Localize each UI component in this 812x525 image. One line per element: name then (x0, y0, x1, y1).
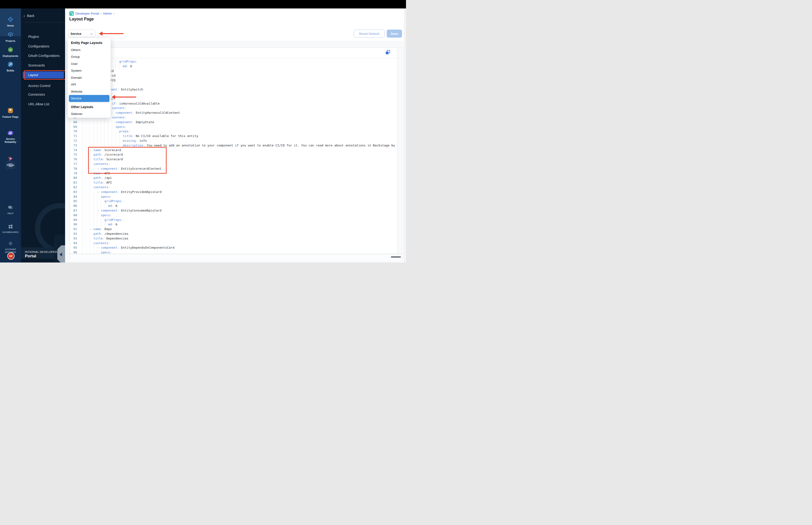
line-number: 86 (71, 204, 77, 208)
code-line-96[interactable]: 96 specs: (70, 250, 397, 254)
menu-item-system[interactable]: System (68, 67, 111, 74)
code-line-79[interactable]: 79 - name: API (70, 171, 397, 176)
menu-item-api[interactable]: API (68, 81, 111, 88)
menu-item-domain[interactable]: Domain (68, 74, 111, 81)
sidebar-item-feature-flags[interactable]: Feature Flags (0, 107, 21, 118)
copy-icon[interactable] (385, 49, 391, 55)
line-number: 71 (71, 134, 77, 138)
code-line-80[interactable]: 80 path: /api (70, 176, 397, 180)
code-line-88[interactable]: 88 specs: (70, 213, 397, 217)
code-line-90[interactable]: 90 md: 6 (70, 222, 397, 227)
admin-nav-item-url-allow-list[interactable]: URL Allow List (21, 101, 65, 108)
line-number: 83 (71, 190, 77, 194)
admin-nav-item-layout[interactable]: Layout (23, 72, 64, 78)
user-avatar[interactable]: DP (7, 252, 15, 260)
svg-text:∞: ∞ (10, 48, 12, 51)
code-line-67[interactable]: 67 - content: (70, 115, 397, 120)
menu-item-user[interactable]: User (68, 60, 111, 68)
code-line-76[interactable]: 76 title: Scorecard (70, 157, 397, 162)
back-button[interactable]: ‹ Back (24, 13, 34, 18)
sidebar-item-label: HELP (0, 212, 21, 215)
gear-icon (8, 243, 13, 247)
admin-nav-item-access-control[interactable]: Access Control (21, 82, 65, 89)
editor-horizontal-scrollbar[interactable] (70, 254, 401, 260)
code-line-64[interactable]: 64 - if: isHarnessCiCdAvailable (70, 101, 397, 106)
sidebar-item-builds[interactable]: Builds (0, 61, 21, 72)
code-line-89[interactable]: 89 gridProps: (70, 217, 397, 222)
code-line-92[interactable]: 92 path: /dependencies (70, 231, 397, 236)
code-line-84[interactable]: 84 specs: (70, 194, 397, 199)
admin-nav-item-oauth-configurations[interactable]: OAuth Configurations (21, 52, 65, 59)
admin-nav-item-configurations[interactable]: Configurations (21, 43, 65, 50)
line-content: md: 6 (79, 204, 117, 208)
code-line-58[interactable]: 58 path: /ci-cd (70, 73, 397, 78)
module-browser-button[interactable] (6, 162, 15, 169)
code-line-85[interactable]: 85 gridProps: (70, 199, 397, 204)
code-line-59[interactable]: 59 title: CI/CD (70, 78, 397, 83)
code-line-78[interactable]: 78 - component: EntityScorecardContent (70, 166, 397, 171)
sidebar-item-label: Feature Flags (0, 115, 21, 118)
line-content: - name: Deps (79, 227, 112, 231)
code-line-63[interactable]: 63 cases: (70, 96, 397, 101)
code-line-69[interactable]: 69 specs: (70, 124, 397, 129)
code-line-95[interactable]: 95 - component: EntityDependsOnComponent… (70, 245, 397, 250)
editor-vertical-scrollbar[interactable] (397, 48, 402, 254)
sidebar-item-home[interactable]: Home (0, 16, 21, 27)
line-number: 70 (71, 129, 77, 134)
line-content: md: 6 (79, 222, 117, 227)
code-line-73[interactable]: 73 description: You need to add an annot… (70, 143, 397, 148)
code-line-66[interactable]: 66 component: EntityHarnessCiCdContent (70, 110, 397, 115)
code-line-83[interactable]: 83 - component: EntityProvidedApisCard (70, 190, 397, 194)
admin-nav-item-connectors[interactable]: Connectors (21, 91, 65, 98)
reset-default-button[interactable]: Reset Default (354, 30, 385, 38)
code-line-68[interactable]: 68 component: EmptyState (70, 120, 397, 124)
breadcrumb-developer-portal[interactable]: Developer Portal (75, 12, 99, 15)
line-number: 91 (71, 227, 77, 231)
code-line-75[interactable]: 75 path: /scorecard (70, 152, 397, 157)
code-line-72[interactable]: 72 missing: info (70, 138, 397, 143)
code-line-94[interactable]: 94 contents: (70, 241, 397, 245)
chevron-left-icon: ‹ (24, 14, 25, 18)
code-line-61[interactable]: 61 - component: EntitySwitch (70, 87, 397, 92)
sidebar-item-dashboards[interactable]: DASHBOARDS (0, 224, 21, 234)
save-button[interactable]: Save (387, 30, 402, 38)
code-line-82[interactable]: 82 contents: (70, 185, 397, 190)
menu-item-sidenav[interactable]: Sidenav (68, 110, 111, 118)
admin-nav-item-scorecards[interactable]: Scorecards (21, 62, 65, 69)
entity-type-select[interactable]: Service (68, 30, 95, 38)
code-line-93[interactable]: 93 title: Dependencies (70, 236, 397, 241)
code-line-70[interactable]: 70 props: (70, 129, 397, 134)
code-line-71[interactable]: 71 title: No CI/CD available for this en… (70, 134, 397, 138)
line-content: title: API (79, 180, 112, 185)
sidebar-item-label: Projects (0, 40, 21, 43)
code-line-60[interactable]: 60 contents: (70, 82, 397, 87)
menu-item-website[interactable]: Website (68, 88, 111, 95)
code-line-87[interactable]: 87 - component: EntityConsumedApisCard (70, 208, 397, 213)
svg-text:?: ? (10, 206, 11, 208)
yaml-code-area[interactable]: 54 specs:55 gridProps:56 md: 657 - name:… (70, 58, 397, 254)
menu-item-service[interactable]: Service (69, 95, 109, 102)
code-line-55[interactable]: 55 gridProps: (70, 59, 397, 64)
sidebar-item-help[interactable]: ? HELP (0, 205, 21, 215)
code-line-81[interactable]: 81 title: API (70, 180, 397, 185)
code-line-62[interactable]: 62 specs: (70, 92, 397, 96)
code-line-74[interactable]: 74 - name: Scorecard (70, 148, 397, 152)
menu-item-others[interactable]: Others (68, 46, 111, 54)
line-content: path: /dependencies (79, 231, 128, 236)
code-line-57[interactable]: 57 - name: ci-cd (70, 69, 397, 73)
code-line-77[interactable]: 77 contents: (70, 162, 397, 166)
horizontal-scrollbar-thumb[interactable] (391, 256, 401, 258)
sidebar-item-projects[interactable]: Projects (0, 31, 21, 43)
sidebar-item-service-reliability[interactable]: Service Reliability (0, 130, 21, 144)
sidebar-item-deployments[interactable]: ∞ Deployments (0, 46, 21, 58)
code-line-86[interactable]: 86 md: 6 (70, 204, 397, 208)
code-line-65[interactable]: 65 content: (70, 106, 397, 110)
code-line-56[interactable]: 56 md: 6 (70, 64, 397, 69)
sidebar-item-account-settings[interactable]: ACCOUNT SETTINGS (0, 241, 21, 254)
menu-item-group[interactable]: Group (68, 53, 111, 60)
admin-nav-item-plugins[interactable]: Plugins (21, 33, 65, 40)
page-scrollbar[interactable] (404, 9, 406, 262)
breadcrumb-admin[interactable]: Admin (103, 12, 112, 15)
code-line-91[interactable]: 91 - name: Deps (70, 227, 397, 231)
line-content: component: EmptyState (79, 120, 154, 124)
